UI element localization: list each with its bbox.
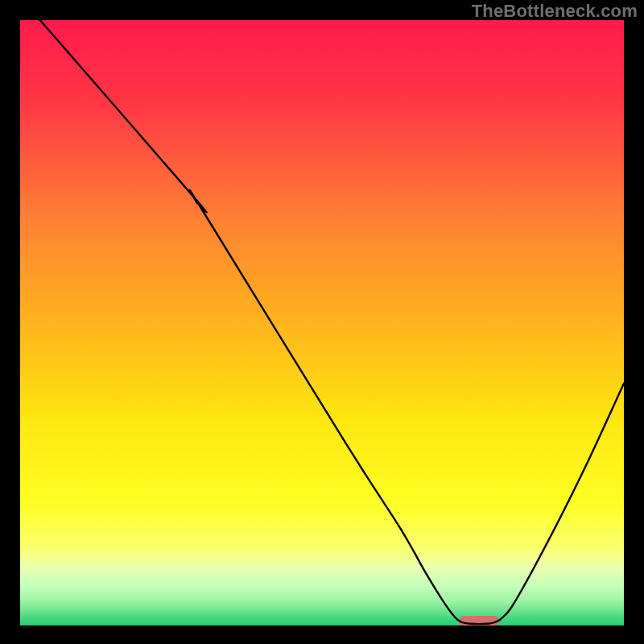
plot-area bbox=[20, 20, 624, 625]
chart-container: TheBottleneck.com bbox=[0, 0, 644, 644]
chart-svg bbox=[20, 20, 624, 625]
watermark-text: TheBottleneck.com bbox=[472, 1, 638, 22]
gradient-background bbox=[20, 20, 624, 625]
